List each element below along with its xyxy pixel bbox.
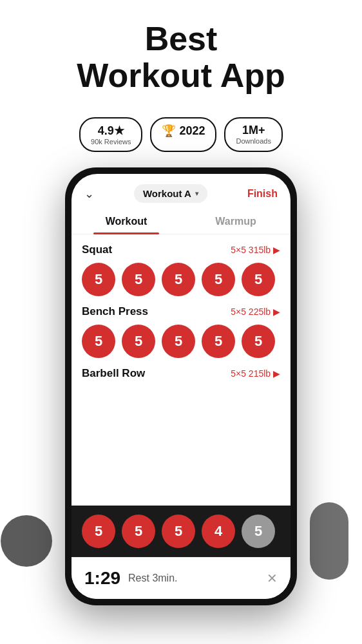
exercise-squat: Squat 5×5 315lb ▶ 5 5 5 5 5 <box>82 243 280 296</box>
phone-frame: ⌄ Workout A ▾ Finish Workout Warmup Squa… <box>65 167 297 605</box>
exercise-barbell-header: Barbell Row 5×5 215lb ▶ <box>82 367 280 380</box>
exercise-bench-name: Bench Press <box>82 305 148 318</box>
bench-set-4[interactable]: 5 <box>202 325 235 358</box>
tab-warmup[interactable]: Warmup <box>181 209 291 234</box>
squat-set-4[interactable]: 5 <box>202 263 235 296</box>
timer-time: 1:29 <box>84 568 120 589</box>
bench-sets-row: 5 5 5 5 5 <box>82 325 280 358</box>
timer-close-button[interactable]: ✕ <box>267 571 278 586</box>
downloads-badge: 1M+ Downloads <box>224 117 282 152</box>
barbell-set-5[interactable]: 5 <box>242 515 275 548</box>
squat-set-2[interactable]: 5 <box>122 263 155 296</box>
exercise-barbell-row: Barbell Row 5×5 215lb ▶ <box>82 367 280 380</box>
bench-set-1[interactable]: 5 <box>82 325 115 358</box>
exercise-barbell-name: Barbell Row <box>82 367 145 380</box>
squat-set-1[interactable]: 5 <box>82 263 115 296</box>
exercise-bench-header: Bench Press 5×5 225lb ▶ <box>82 305 280 318</box>
phone-wrapper: ⌄ Workout A ▾ Finish Workout Warmup Squa… <box>26 167 336 644</box>
squat-set-5[interactable]: 5 <box>242 263 275 296</box>
hero-title: Best Workout App <box>77 21 285 94</box>
rest-timer: 1:29 Rest 3min. ✕ <box>71 557 291 599</box>
tab-workout[interactable]: Workout <box>71 209 181 234</box>
finish-button[interactable]: Finish <box>247 188 278 200</box>
bench-set-3[interactable]: 5 <box>162 325 195 358</box>
timer-label: Rest 3min. <box>128 573 259 584</box>
squat-sets-row: 5 5 5 5 5 <box>82 263 280 296</box>
exercise-barbell-spec[interactable]: 5×5 215lb ▶ <box>231 368 280 379</box>
bench-set-2[interactable]: 5 <box>122 325 155 358</box>
squat-set-3[interactable]: 5 <box>162 263 195 296</box>
tabs-row: Workout Warmup <box>71 209 291 234</box>
exercise-list: Squat 5×5 315lb ▶ 5 5 5 5 5 Bench Press <box>71 234 291 506</box>
rating-badge: 4.9★ 90k Reviews <box>79 117 142 152</box>
decor-blob-right <box>310 502 348 580</box>
exercise-bench-spec[interactable]: 5×5 225lb ▶ <box>231 307 280 317</box>
decor-blob-left <box>1 515 52 567</box>
barbell-set-4[interactable]: 4 <box>202 515 235 548</box>
bottom-bar: 5 5 5 4 5 <box>71 506 291 557</box>
chevron-down-icon[interactable]: ⌄ <box>84 187 94 201</box>
exercise-bench: Bench Press 5×5 225lb ▶ 5 5 5 5 5 <box>82 305 280 358</box>
award-badge: 🏆 2022 <box>150 117 216 152</box>
barbell-set-3[interactable]: 5 <box>162 515 195 548</box>
hero-section: Best Workout App <box>64 0 298 104</box>
badges-row: 4.9★ 90k Reviews 🏆 2022 1M+ Downloads <box>79 117 283 152</box>
exercise-squat-header: Squat 5×5 315lb ▶ <box>82 243 280 256</box>
exercise-squat-name: Squat <box>82 243 112 256</box>
workout-selector[interactable]: Workout A ▾ <box>134 184 207 203</box>
phone-screen: ⌄ Workout A ▾ Finish Workout Warmup Squa… <box>71 174 291 599</box>
barbell-set-2[interactable]: 5 <box>122 515 155 548</box>
app-header: ⌄ Workout A ▾ Finish <box>71 174 291 209</box>
barbell-set-1[interactable]: 5 <box>82 515 115 548</box>
selector-arrow-icon: ▾ <box>195 190 198 197</box>
bench-set-5[interactable]: 5 <box>242 325 275 358</box>
exercise-squat-spec[interactable]: 5×5 315lb ▶ <box>231 245 280 255</box>
